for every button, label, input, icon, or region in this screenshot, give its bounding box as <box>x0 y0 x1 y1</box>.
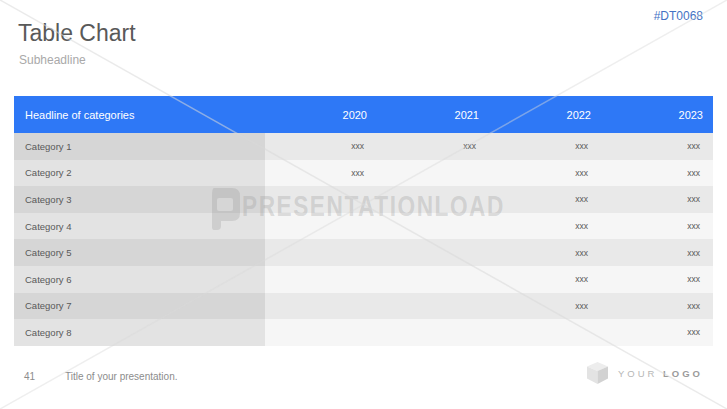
table-row: Category 5 xxx xxx <box>14 239 713 266</box>
row-label: Category 5 <box>14 239 265 266</box>
page-number: 41 <box>24 371 35 382</box>
table-header-row: Headline of categories 2020 2021 2022 20… <box>14 96 713 133</box>
table-header-2023: 2023 <box>601 96 713 133</box>
row-label: Category 6 <box>14 266 265 293</box>
logo-text: YOUR LOGO <box>618 368 703 379</box>
cell-value <box>265 266 377 293</box>
cell-value: xxx <box>601 186 713 213</box>
table-row: Category 8 xxx <box>14 319 713 346</box>
cell-value <box>489 319 601 346</box>
speech-bubble-p-icon <box>206 188 242 230</box>
table-row: Category 6 xxx xxx <box>14 266 713 293</box>
page-title: Table Chart <box>18 20 136 47</box>
cell-value: xxx <box>265 133 377 160</box>
table-row: Category 1 xxx xxx xxx xxx <box>14 133 713 160</box>
table-header-categories: Headline of categories <box>14 96 265 133</box>
row-label: Category 8 <box>14 319 265 346</box>
cell-value: xxx <box>601 160 713 187</box>
table-header-2022: 2022 <box>489 96 601 133</box>
table-row: Category 7 xxx xxx <box>14 293 713 320</box>
cell-value: xxx <box>489 293 601 320</box>
cell-value: xxx <box>601 239 713 266</box>
cell-value <box>265 239 377 266</box>
watermark-text: PRESENTATIONLOAD <box>242 184 505 228</box>
cell-value <box>265 319 377 346</box>
cell-value: xxx <box>601 266 713 293</box>
slide-canvas: #DT0068 Table Chart Subheadline Headline… <box>0 0 727 409</box>
cell-value <box>377 319 489 346</box>
cell-value: xxx <box>265 160 377 187</box>
cell-value: xxx <box>489 266 601 293</box>
row-label: Category 1 <box>14 133 265 160</box>
cell-value: xxx <box>601 133 713 160</box>
cell-value: xxx <box>601 213 713 240</box>
cell-value: xxx <box>489 160 601 187</box>
cell-value: xxx <box>489 133 601 160</box>
table-header-2021: 2021 <box>377 96 489 133</box>
table-header-2020: 2020 <box>265 96 377 133</box>
watermark: PRESENTATIONLOAD <box>206 184 579 230</box>
cell-value <box>377 239 489 266</box>
page-subtitle: Subheadline <box>19 53 86 67</box>
cell-value <box>265 293 377 320</box>
cell-value: xxx <box>377 133 489 160</box>
cell-value: xxx <box>601 319 713 346</box>
presentation-title: Title of your presentation. <box>65 371 177 382</box>
table-row: Category 2 xxx xxx xxx <box>14 160 713 187</box>
cell-value <box>377 293 489 320</box>
cell-value: xxx <box>601 293 713 320</box>
logo-text-logo: LOGO <box>663 368 703 379</box>
logo-area: YOUR LOGO <box>587 362 703 384</box>
cell-value: xxx <box>489 239 601 266</box>
cell-value <box>377 160 489 187</box>
row-label: Category 2 <box>14 160 265 187</box>
product-code: #DT0068 <box>654 9 703 23</box>
cube-logo-icon <box>587 362 608 384</box>
cell-value <box>377 266 489 293</box>
logo-text-your: YOUR <box>618 368 657 379</box>
row-label: Category 7 <box>14 293 265 320</box>
